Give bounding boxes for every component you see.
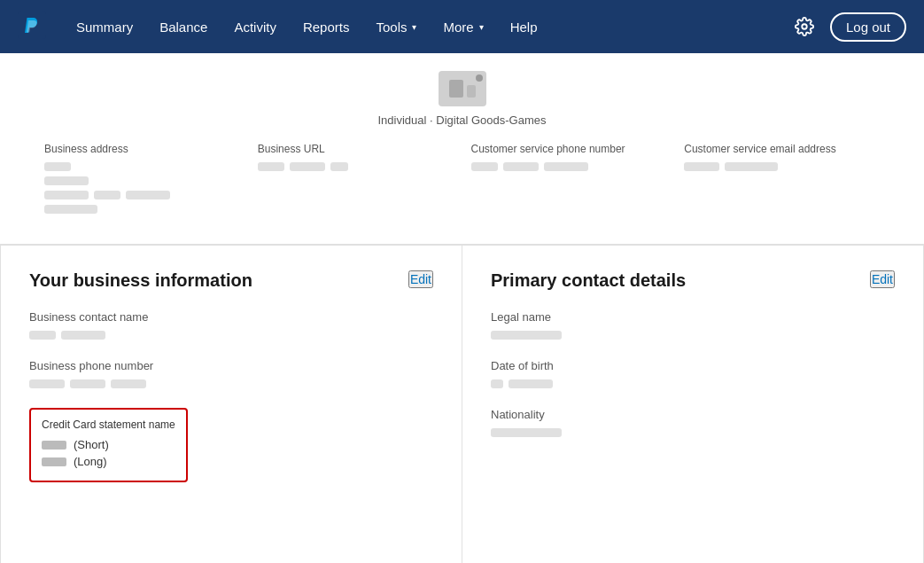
business-url-label: Business URL: [258, 143, 454, 155]
cc-long-row: (Long): [42, 455, 175, 468]
avatar: [439, 71, 486, 106]
nav-items: SummaryBalanceActivityReportsTools▾More▾…: [64, 12, 550, 42]
nav-item-activity[interactable]: Activity: [221, 12, 289, 42]
nationality-label: Nationality: [491, 408, 895, 421]
nav-item-tools[interactable]: Tools▾: [363, 12, 429, 42]
cc-statement-box: Credit Card statement name (Short) (Long…: [29, 408, 188, 482]
cc-statement-label: Credit Card statement name: [42, 418, 175, 431]
customer-email-col: Customer service email address: [675, 143, 889, 219]
nationality-value: [491, 428, 895, 437]
dob-label: Date of birth: [491, 359, 895, 372]
business-address-col: Business address: [35, 143, 249, 219]
business-phone-label: Business phone number: [29, 359, 433, 372]
primary-contact-title: Primary contact details: [491, 270, 895, 291]
settings-button[interactable]: [789, 12, 819, 42]
cc-short-row: (Short): [42, 438, 175, 451]
business-contact-name-value: [29, 331, 433, 340]
primary-contact-card: Primary contact details Edit Legal name …: [462, 245, 924, 563]
cc-short-text: (Short): [74, 438, 109, 451]
business-phone-value: [29, 379, 433, 388]
nav-item-balance[interactable]: Balance: [147, 12, 220, 42]
customer-email-label: Customer service email address: [684, 143, 880, 155]
svg-point-1: [802, 24, 807, 29]
navbar: SummaryBalanceActivityReportsTools▾More▾…: [0, 0, 924, 53]
business-url-col: Business URL: [249, 143, 462, 219]
customer-phone-col: Customer service phone number: [462, 143, 676, 219]
profile-section: Individual · Digital Goods-Games Busines…: [0, 53, 924, 245]
nav-item-more[interactable]: More▾: [431, 12, 495, 42]
main-content: Your business information Edit Business …: [0, 245, 924, 563]
primary-contact-edit-button[interactable]: Edit: [870, 270, 895, 288]
nav-item-summary[interactable]: Summary: [64, 12, 145, 42]
legal-name-value: [491, 331, 895, 340]
nav-item-reports[interactable]: Reports: [291, 12, 362, 42]
nav-right: Log out: [789, 12, 906, 42]
paypal-logo[interactable]: [18, 11, 46, 43]
tools-chevron-icon: ▾: [412, 22, 416, 32]
cc-short-block: [42, 441, 66, 450]
customer-phone-label: Customer service phone number: [471, 143, 667, 155]
nav-item-help[interactable]: Help: [498, 12, 550, 42]
business-info-title: Your business information: [29, 270, 433, 291]
business-info-edit-button[interactable]: Edit: [408, 270, 433, 288]
dob-value: [491, 379, 895, 388]
profile-subtitle: Individual · Digital Goods-Games: [377, 113, 546, 127]
legal-name-label: Legal name: [491, 310, 895, 324]
cc-long-block: [42, 457, 66, 466]
more-chevron-icon: ▾: [479, 22, 484, 32]
business-info-card: Your business information Edit Business …: [0, 245, 462, 563]
business-address-label: Business address: [44, 143, 240, 155]
logout-button[interactable]: Log out: [830, 12, 906, 42]
profile-details-grid: Business address Business URL Customer s…: [35, 143, 889, 219]
business-contact-name-label: Business contact name: [29, 310, 433, 324]
cc-long-text: (Long): [74, 455, 107, 468]
